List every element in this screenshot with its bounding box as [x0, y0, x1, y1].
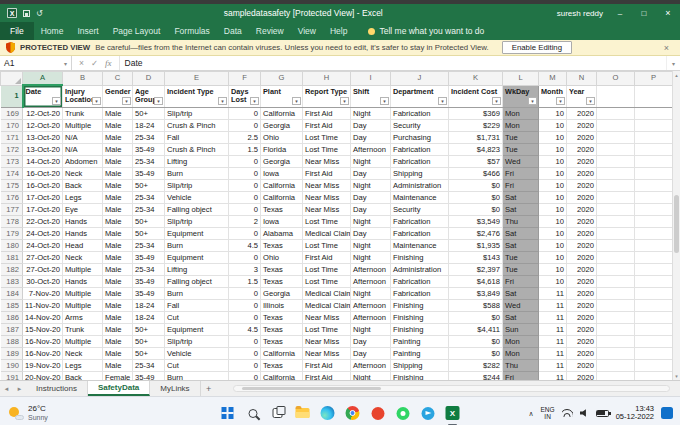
cell[interactable]: 35-49 [133, 167, 165, 179]
cell[interactable]: 24-Oct-20 [23, 239, 63, 251]
cell[interactable] [635, 371, 673, 380]
cell[interactable]: 11 [539, 347, 567, 359]
cell[interactable]: Hands [63, 215, 103, 227]
chrome-button[interactable] [345, 405, 361, 421]
cell[interactable]: Near Miss [303, 335, 351, 347]
cell[interactable]: Vehicle [165, 191, 229, 203]
filter-dropdown-icon[interactable] [492, 97, 501, 105]
cell[interactable]: 2020 [567, 119, 597, 131]
vertical-scrollbar-thumb[interactable] [674, 195, 679, 253]
cell[interactable]: Afternoon [351, 143, 391, 155]
cell[interactable]: 35-49 [133, 251, 165, 263]
cell[interactable]: Fabrication [391, 287, 449, 299]
cell[interactable] [635, 191, 673, 203]
cell[interactable]: Legs [63, 191, 103, 203]
column-header-A[interactable]: A [23, 72, 63, 86]
cell[interactable]: 27-Oct-20 [23, 251, 63, 263]
cell[interactable]: Equipment [165, 251, 229, 263]
cell[interactable] [635, 335, 673, 347]
cell[interactable]: Cut [165, 359, 229, 371]
cell[interactable]: Sat [503, 311, 539, 323]
cell[interactable]: Male [103, 131, 133, 143]
cell[interactable]: Burn [165, 371, 229, 380]
cell[interactable]: Texas [261, 359, 303, 371]
cell[interactable]: Male [103, 299, 133, 311]
cell[interactable]: 10 [539, 131, 567, 143]
cell[interactable]: $143 [449, 251, 503, 263]
excel-taskbar-button[interactable] [445, 405, 461, 421]
cell[interactable]: Finishing [391, 323, 449, 335]
cell[interactable]: Abdomen [63, 155, 103, 167]
cell[interactable]: 11 [539, 335, 567, 347]
cell[interactable]: $369 [449, 107, 503, 119]
cell[interactable]: Back [63, 179, 103, 191]
cell[interactable]: 25-34 [133, 191, 165, 203]
cell[interactable]: 0 [229, 287, 261, 299]
header-cell[interactable]: Days Lost [229, 85, 261, 107]
cell[interactable]: California [261, 371, 303, 380]
cell[interactable]: Slip/trip [165, 107, 229, 119]
cell[interactable]: Texas [261, 239, 303, 251]
header-cell[interactable]: Shift [351, 85, 391, 107]
cell[interactable] [597, 275, 635, 287]
cell[interactable]: 7-Nov-20 [23, 287, 63, 299]
cell[interactable] [635, 287, 673, 299]
cell[interactable]: 0 [229, 179, 261, 191]
cell[interactable]: Medical Claim [303, 287, 351, 299]
cell[interactable]: $4,823 [449, 143, 503, 155]
row-number[interactable]: 191 [1, 371, 23, 380]
cell[interactable]: 2020 [567, 275, 597, 287]
cell[interactable]: 25-34 [133, 155, 165, 167]
cell[interactable]: Male [103, 167, 133, 179]
cell[interactable] [597, 143, 635, 155]
cell[interactable]: Lost Time [303, 131, 351, 143]
battery-icon[interactable] [596, 410, 609, 417]
cell[interactable]: $2,397 [449, 263, 503, 275]
cell[interactable]: 11-Nov-20 [23, 299, 63, 311]
cell[interactable] [635, 131, 673, 143]
cell[interactable]: 10 [539, 275, 567, 287]
cell[interactable]: Mon [503, 107, 539, 119]
cell[interactable]: Night [351, 371, 391, 380]
cell[interactable]: Fabrication [391, 107, 449, 119]
cell[interactable]: Neck [63, 167, 103, 179]
cell[interactable]: $4,618 [449, 275, 503, 287]
cell[interactable]: 2020 [567, 167, 597, 179]
cell[interactable]: Near Miss [303, 311, 351, 323]
cell[interactable]: Male [103, 215, 133, 227]
header-cell[interactable]: Injury Location [63, 85, 103, 107]
cell[interactable]: Male [103, 359, 133, 371]
cell[interactable]: 25-34 [133, 203, 165, 215]
cell[interactable]: Falling object [165, 275, 229, 287]
filter-dropdown-icon[interactable] [380, 97, 389, 105]
cell[interactable] [635, 179, 673, 191]
cell[interactable]: Lifting [165, 155, 229, 167]
cell[interactable]: Administration [391, 179, 449, 191]
filter-dropdown-icon[interactable] [154, 97, 163, 105]
cell[interactable]: Iowa [261, 167, 303, 179]
row-number[interactable]: 183 [1, 275, 23, 287]
cell[interactable]: 12-Oct-20 [23, 119, 63, 131]
row-number[interactable]: 181 [1, 251, 23, 263]
filter-dropdown-icon[interactable] [340, 97, 349, 105]
cell[interactable]: 1.5 [229, 143, 261, 155]
column-header-K[interactable]: K [449, 72, 503, 86]
close-message-bar-icon[interactable] [659, 43, 674, 53]
cell[interactable]: 0 [229, 359, 261, 371]
cell[interactable]: 10 [539, 215, 567, 227]
cell[interactable]: 10 [539, 239, 567, 251]
cell[interactable]: 2020 [567, 371, 597, 380]
cell[interactable]: 17-Oct-20 [23, 191, 63, 203]
horizontal-scrollbar[interactable] [233, 385, 670, 392]
cell[interactable] [597, 263, 635, 275]
row-number[interactable]: 169 [1, 107, 23, 119]
cell[interactable]: Sat [503, 239, 539, 251]
cell[interactable]: 2020 [567, 107, 597, 119]
cell[interactable]: Male [103, 275, 133, 287]
column-header-M[interactable]: M [539, 72, 567, 86]
cell[interactable]: $0 [449, 347, 503, 359]
cell[interactable]: 25-34 [133, 131, 165, 143]
cell[interactable]: 2.5 [229, 131, 261, 143]
filter-dropdown-icon[interactable] [586, 97, 595, 105]
cell[interactable] [635, 263, 673, 275]
